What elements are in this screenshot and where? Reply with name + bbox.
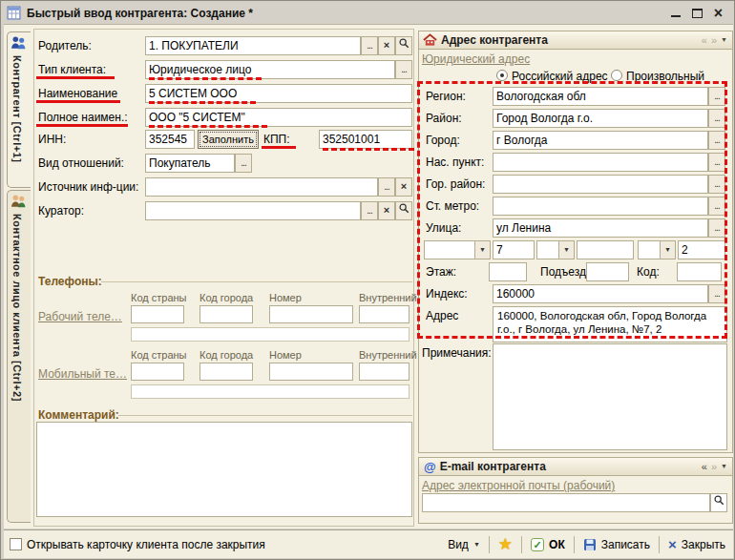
info-source-select-button[interactable]: ... [378, 177, 395, 197]
phone-header-extension: Внутренний [359, 292, 417, 303]
parent-select-button[interactable]: ... [361, 36, 378, 55]
parent-label: Родитель: [38, 39, 92, 52]
client-type-select-button[interactable]: ... [395, 60, 412, 79]
divider [489, 536, 490, 553]
tab-contact-person[interactable]: Контактное лицо клиента [Ctrl+2] [7, 190, 31, 523]
relation-field[interactable] [145, 154, 235, 173]
inn-label: ИНН: [38, 133, 66, 146]
magnifier-icon [398, 37, 410, 49]
mobile-phone-city-field[interactable] [200, 363, 253, 381]
people-icon [10, 194, 27, 210]
client-type-label: Тип клиента: [38, 63, 106, 76]
collapse-left-icon[interactable]: « [702, 33, 707, 47]
ok-button[interactable]: ✓ ОК [531, 538, 565, 551]
comment-divider [118, 415, 412, 416]
bottom-bar: Открывать карточку клиента после закрыти… [4, 529, 733, 558]
notes-label: Примечания: [422, 346, 492, 360]
annotation-dashes-client-type-value [149, 77, 262, 80]
dropdown-caret-icon[interactable]: ▼ [721, 33, 727, 47]
curator-clear-button[interactable]: × [378, 201, 395, 220]
annotation-dashes-kpp-value [323, 148, 414, 151]
save-button[interactable]: Записать [583, 538, 650, 551]
tab-contractor[interactable]: Контрагент [Ctrl+1] [7, 31, 31, 188]
phone-header-country: Код страны [131, 292, 187, 303]
title-bar: Быстрый ввод контрагента: Создание * × [3, 3, 732, 23]
comment-textarea[interactable] [36, 422, 412, 517]
email-group-title: E-mail контрагента [440, 460, 546, 473]
parent-clear-button[interactable]: × [378, 36, 395, 55]
legal-address-link[interactable]: Юридический адрес [422, 52, 530, 66]
work-phone-link[interactable]: Рабочий теле… [38, 310, 122, 323]
chevron-down-icon: ▼ [473, 541, 480, 548]
mobile-phone-number-field[interactable] [269, 363, 353, 381]
view-button[interactable]: Вид ▼ [448, 538, 480, 551]
open-card-checkbox[interactable] [10, 538, 22, 550]
close-button[interactable]: × Закрыть [668, 538, 725, 551]
minimize-icon[interactable] [671, 9, 681, 17]
collapse-right-icon[interactable]: » [711, 33, 717, 47]
work-phone-number-field[interactable] [269, 305, 353, 323]
relation-select-button[interactable]: ... [235, 154, 252, 173]
divider [521, 536, 522, 553]
annotation-rect-address-fields [417, 81, 727, 339]
russian-address-radio[interactable] [496, 70, 508, 81]
window-title: Быстрый ввод контрагента: Создание * [27, 7, 253, 20]
annotation-dashes-full-name-value [149, 125, 267, 128]
at-icon: @ [424, 460, 436, 474]
address-group-header[interactable]: Адрес контрагента « » ▼ [419, 31, 732, 50]
address-group-title: Адрес контрагента [441, 33, 548, 47]
kpp-label: КПП: [263, 133, 290, 146]
phones-title: Телефоны: [38, 275, 102, 288]
fill-button[interactable]: Заполнить [198, 130, 259, 149]
client-type-field[interactable] [145, 60, 395, 79]
notes-textarea[interactable] [493, 343, 727, 450]
kpp-field[interactable] [319, 130, 412, 149]
dropdown-caret-icon[interactable]: ▼ [721, 460, 727, 473]
annotation-underline-name [36, 100, 120, 103]
phones-divider [101, 281, 412, 282]
full-name-field[interactable] [145, 108, 412, 127]
inn-field[interactable] [145, 130, 195, 149]
form-icon [7, 6, 21, 20]
phone-header-country2: Код страны [131, 349, 187, 361]
close-icon[interactable]: × [714, 9, 723, 18]
email-address-link[interactable]: Адрес электронной почты (рабочий) [422, 479, 615, 492]
email-field[interactable] [422, 493, 710, 512]
custom-address-radio[interactable] [611, 70, 622, 81]
parent-search-button[interactable] [395, 36, 412, 55]
work-phone-country-field[interactable] [131, 305, 184, 323]
mobile-phone-link[interactable]: Мобильный те… [38, 367, 127, 381]
info-source-label: Источник инф-ции: [38, 180, 138, 194]
collapse-left-icon[interactable]: « [702, 460, 707, 473]
open-card-checkbox-label: Открывать карточку клиента после закрыти… [27, 538, 265, 551]
email-search-button[interactable] [710, 493, 727, 512]
work-phone-presentation [131, 327, 410, 342]
info-source-field[interactable] [145, 177, 378, 197]
close-x-icon: × [668, 539, 677, 550]
divider [659, 536, 660, 553]
collapse-right-icon[interactable]: » [711, 460, 717, 473]
curator-field[interactable] [145, 201, 361, 220]
parent-field[interactable] [145, 36, 361, 55]
work-phone-extension-field[interactable] [359, 305, 410, 323]
curator-search-button[interactable] [395, 201, 412, 220]
work-phone-city-field[interactable] [200, 305, 253, 323]
relation-label: Вид отношений: [38, 156, 124, 170]
maximize-icon[interactable] [692, 9, 703, 18]
mobile-phone-country-field[interactable] [131, 363, 184, 381]
name-field[interactable] [145, 84, 412, 103]
annotation-dashes-name-value [149, 101, 256, 104]
check-icon: ✓ [531, 538, 544, 551]
phone-header-city: Код города [200, 292, 253, 303]
magnifier-icon [713, 494, 724, 506]
people-icon [10, 35, 27, 52]
star-icon[interactable]: ★ [498, 537, 513, 552]
divider [574, 536, 575, 553]
dialog-content: Контрагент [Ctrl+1] Контактное лицо клие… [4, 24, 733, 529]
info-source-clear-button[interactable]: × [395, 177, 412, 197]
curator-label: Куратор: [38, 204, 84, 218]
email-group-header[interactable]: @ E-mail контрагента « » ▼ [419, 458, 732, 476]
mobile-phone-extension-field[interactable] [359, 363, 410, 381]
comment-title: Комментарий: [38, 408, 119, 422]
curator-select-button[interactable]: ... [361, 201, 378, 220]
